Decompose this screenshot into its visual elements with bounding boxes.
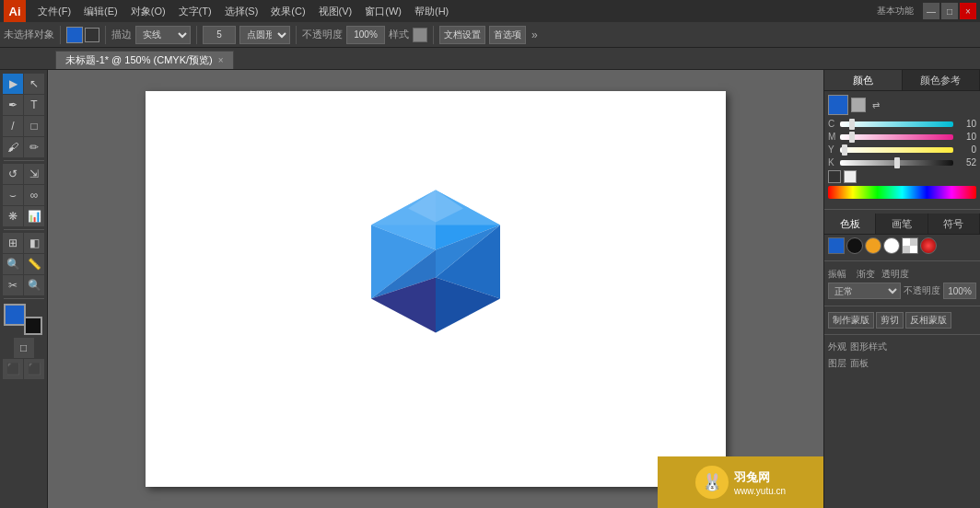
color-ref-tab[interactable]: 颜色参考 [903,70,981,90]
watermark-text-area: 羽兔网 www.yutu.cn [734,469,786,496]
opacity-input[interactable] [346,26,385,44]
stroke-type-select[interactable]: 实线 [135,26,191,44]
eyedropper-tool[interactable]: 🔍 [3,254,23,274]
tool-row-selection: ▶ ↖ [3,74,44,94]
clip-button[interactable]: 剪切 [876,312,904,329]
close-button[interactable]: × [960,3,976,19]
scale-tool[interactable]: ⇲ [24,164,44,184]
type-tool[interactable]: T [24,95,44,115]
menu-bar: Ai 文件(F) 编辑(E) 对象(O) 文字(T) 选择(S) 效果(C) 视… [0,0,980,22]
color-tab[interactable]: 颜色 [824,70,903,90]
stroke-color-box[interactable] [85,28,99,42]
rect-tool[interactable]: □ [24,116,44,136]
color-panel-tabs: 颜色 颜色参考 [824,70,980,91]
style-box[interactable] [413,28,427,42]
screen-mode[interactable]: ⬛ [3,359,23,379]
graphic-styles-label: 图形样式 [850,341,887,353]
shape-select[interactable]: 点圆形 [239,26,290,44]
watermark-icon: 🐰 [695,466,729,499]
foreground-color[interactable] [4,304,26,326]
menu-object[interactable]: 对象(O) [124,3,172,20]
blend-section: 振幅 渐变 透明度 正常 不透明度 [824,265,980,302]
tool-separator-2 [4,229,44,230]
transparency-label: 透明度 [881,268,909,281]
symbols-tab[interactable]: 符号 [928,214,980,234]
screen-mode2[interactable]: ⬛ [24,359,44,379]
blend-mode-select[interactable]: 正常 [828,283,901,299]
invert-button[interactable]: 反相蒙版 [905,312,951,329]
rotate-tool[interactable]: ↺ [3,164,23,184]
pen-tool[interactable]: ✒ [3,95,23,115]
document-tab[interactable]: 未标题-1* @ 150% (CMYK/预览) × [55,51,234,69]
blend-row: 振幅 渐变 透明度 [828,268,976,281]
magenta-slider[interactable] [840,134,953,140]
swatches-tab[interactable]: 色板 [824,214,876,234]
swatch-pattern[interactable] [902,237,918,254]
tab-close-button[interactable]: × [218,55,224,65]
opacity-input-2[interactable] [943,283,976,299]
menu-window[interactable]: 窗口(W) [358,3,408,20]
brush-tool[interactable]: 🖌 [3,137,23,157]
maximize-button[interactable]: □ [941,3,958,19]
tool-row-eyedrop: 🔍 📏 [3,254,44,274]
menu-edit[interactable]: 编辑(E) [77,3,124,20]
blend-controls: 正常 不透明度 [828,283,976,299]
zoom-tool[interactable]: 🔍 [24,275,44,295]
mesh-tool[interactable]: ⊞ [3,233,23,253]
swatch-red-circle[interactable] [920,237,937,254]
menu-view[interactable]: 视图(V) [312,3,359,20]
symbol-tool[interactable]: ❋ [3,206,23,226]
normal-mode[interactable]: □ [14,338,34,358]
arrow-icon: » [531,29,538,41]
swatch-blue[interactable] [828,237,845,254]
opacity-label: 不透明度 [302,28,343,41]
make-mask-button[interactable]: 制作蒙版 [828,312,874,329]
white-swatch[interactable] [844,170,857,183]
opacity-label-2: 不透明度 [904,284,940,297]
direct-selection-tool[interactable]: ↖ [24,74,44,94]
menu-file[interactable]: 文件(F) [31,3,77,20]
rp-divider-1 [824,209,980,210]
footer-labels-2: 图层 面板 [824,355,980,372]
appearance-label: 外观 [828,341,846,353]
swatch-orange-circle[interactable] [865,237,881,254]
background-color[interactable] [24,317,42,335]
blend-tool[interactable]: ∞ [24,185,44,205]
color-preview-area: ⇄ [828,95,976,115]
yellow-slider[interactable] [840,147,953,153]
gradient-tool[interactable]: ◧ [24,233,44,253]
prefs-button[interactable]: 首选项 [489,26,526,44]
black-slider[interactable] [840,160,953,166]
line-tool[interactable]: / [3,116,23,136]
fill-color-box[interactable] [66,27,83,43]
measure-tool[interactable]: 📏 [24,254,44,274]
right-panel: 颜色 颜色参考 ⇄ C 10 M [823,70,980,508]
app-logo: Ai [4,0,26,22]
cyan-slider[interactable] [840,121,953,127]
main-layout: ▶ ↖ ✒ T / □ 🖌 ✏ ↺ ⇲ ⌣ ∞ ❋ 📊 ⊞ [0,70,980,508]
swatch-black-circle[interactable] [846,237,863,254]
menu-help[interactable]: 帮助(H) [408,3,455,20]
doc-settings-button[interactable]: 文档设置 [439,26,485,44]
swatch-white-circle[interactable] [883,237,900,254]
slice-tool[interactable]: ✂ [3,275,23,295]
magenta-label: M [828,132,837,142]
menu-select[interactable]: 选择(S) [218,3,265,20]
tool-row-mesh: ⊞ ◧ [3,233,44,253]
active-color-box[interactable] [828,95,848,115]
pencil-tool[interactable]: ✏ [24,137,44,157]
size-input[interactable] [203,26,236,44]
minimize-button[interactable]: — [923,3,939,19]
spectrum-bar[interactable] [828,186,976,199]
black-swatch[interactable] [828,170,841,183]
cyan-value: 10 [956,119,976,129]
brushes-tab[interactable]: 画笔 [876,214,928,234]
yellow-label: Y [828,144,837,155]
menu-effect[interactable]: 效果(C) [264,3,311,20]
secondary-color-box[interactable] [851,98,866,112]
warp-tool[interactable]: ⌣ [3,185,23,205]
selection-tool[interactable]: ▶ [3,74,23,94]
menu-text[interactable]: 文字(T) [172,3,218,20]
rp-divider-4 [824,334,980,335]
graph-tool[interactable]: 📊 [24,206,44,226]
